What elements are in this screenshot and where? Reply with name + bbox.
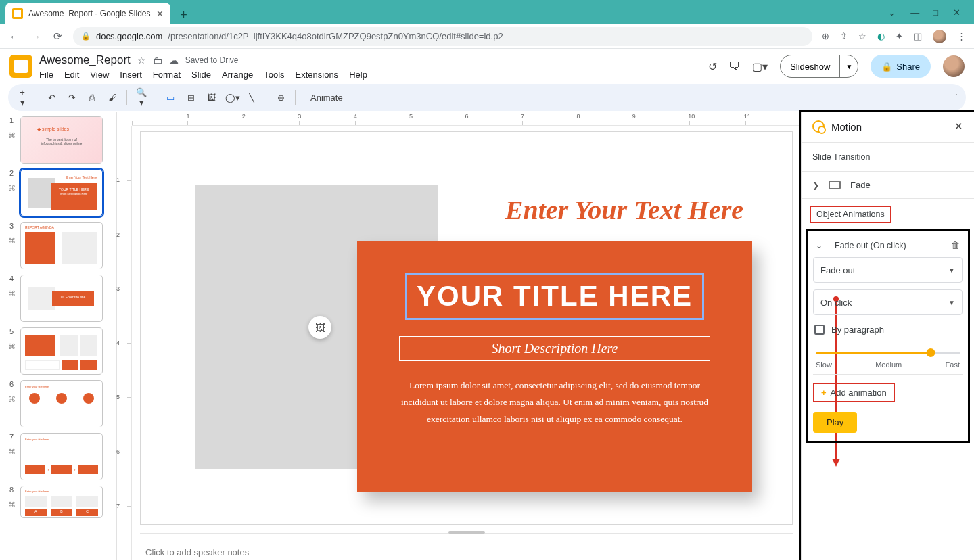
slides-logo-icon[interactable] — [9, 55, 32, 78]
extensions-icon[interactable]: ✦ — [896, 31, 903, 41]
select-tool-icon[interactable]: ▭ — [164, 93, 177, 103]
comment-add-icon[interactable]: ⊕ — [275, 93, 287, 103]
line-icon[interactable]: ╲ — [246, 93, 258, 103]
print-icon[interactable]: ⎙ — [86, 93, 98, 103]
textbox-icon[interactable]: ⊞ — [185, 93, 197, 103]
maximize-icon[interactable]: □ — [933, 7, 938, 18]
content-card[interactable]: YOUR TITLE HERE Short Description Here L… — [357, 241, 752, 492]
subtitle-textbox[interactable]: Short Description Here — [399, 336, 710, 361]
menu-arrange[interactable]: Arrange — [222, 70, 253, 80]
chevron-down-icon[interactable]: ⌄ — [888, 7, 896, 18]
canvas-area: 1234567891011 1234567 🖼 Enter Your Text … — [116, 112, 801, 560]
browser-tab[interactable]: Awesome_Report - Google Slides ✕ — [5, 3, 170, 24]
animate-button[interactable]: Animate — [304, 90, 350, 106]
transition-row[interactable]: ❯ Fade — [802, 172, 974, 198]
cloud-icon[interactable]: ☁ — [169, 55, 179, 66]
menu-help[interactable]: Help — [349, 70, 367, 80]
app-header: Awesome_Report ☆ 🗀 ☁ Saved to Drive File… — [0, 49, 974, 81]
profile-avatar-icon[interactable] — [933, 30, 946, 43]
move-icon[interactable]: 🗀 — [153, 55, 162, 66]
thumbnail-8[interactable]: Enter your title hereABC — [20, 486, 103, 518]
slideshow-caret-icon[interactable]: ▼ — [839, 55, 858, 77]
thumb-number: 2 — [9, 169, 14, 177]
close-window-icon[interactable]: ✕ — [953, 7, 960, 18]
animation-editor: ⌄ Fade out (On click) 🗑 Fade out ▼ On cl… — [806, 229, 970, 443]
reload-icon[interactable]: ⟳ — [51, 30, 64, 43]
image-icon[interactable]: 🖼 — [205, 93, 217, 103]
animation-summary: Fade out (On click) — [835, 241, 906, 250]
delete-animation-icon[interactable]: 🗑 — [951, 240, 960, 250]
menu-insert[interactable]: Insert — [120, 70, 142, 80]
thumbnail-1[interactable]: ◆ simple slidesThe largest library ofinf… — [20, 116, 103, 164]
image-icon: 🖼 — [315, 322, 325, 333]
by-paragraph-checkbox[interactable] — [814, 325, 825, 335]
add-animation-button[interactable]: + Add animation — [813, 383, 895, 402]
url-domain: docs.google.com — [96, 31, 162, 41]
thumbnail-6[interactable]: Enter your title here — [20, 380, 103, 427]
body-text[interactable]: Lorem ipsum dolor sit amet, consectetur … — [376, 377, 733, 428]
share-url-icon[interactable]: ⇪ — [840, 31, 848, 41]
menu-extensions[interactable]: Extensions — [296, 70, 339, 80]
menu-slide[interactable]: Slide — [191, 70, 211, 80]
thumbnail-2[interactable]: Enter Your Text HereYOUR TITLE HEREShort… — [20, 169, 103, 216]
new-tab-button[interactable]: + — [175, 5, 193, 24]
menu-format[interactable]: Format — [153, 70, 181, 80]
forward-icon[interactable]: → — [30, 30, 42, 42]
history-icon[interactable]: ↺ — [708, 60, 717, 73]
thumbnail-4[interactable]: 01 Enter the title — [20, 275, 103, 322]
chevron-down-icon[interactable]: ⌄ — [816, 241, 822, 250]
animation-type-select[interactable]: Fade out ▼ — [813, 257, 963, 283]
play-button[interactable]: Play — [813, 412, 857, 433]
thumbnail-7[interactable]: Enter your title here›› — [20, 433, 103, 480]
zoom-tool-icon[interactable]: 🔍▾ — [135, 87, 147, 108]
slide-canvas[interactable]: 🖼 Enter Your Text Here YOUR TITLE HERE S… — [140, 131, 793, 525]
document-title[interactable]: Awesome_Report — [39, 53, 131, 67]
zoom-icon[interactable]: ⊕ — [822, 31, 829, 41]
comments-icon[interactable]: 🗨 — [729, 60, 740, 72]
slide-heading[interactable]: Enter Your Text Here — [505, 194, 743, 226]
minimize-icon[interactable]: — — [910, 7, 918, 18]
star-icon[interactable]: ☆ — [137, 55, 146, 66]
sidepanel-icon[interactable]: ◫ — [914, 31, 922, 41]
share-button[interactable]: 🔒 Share — [871, 55, 931, 78]
collapse-toolbar-icon[interactable]: ˆ — [955, 93, 958, 101]
thumbnail-strip: 1⌘ ◆ simple slidesThe largest library of… — [0, 112, 116, 560]
animation-trigger-select[interactable]: On click ▼ — [813, 289, 963, 315]
thumb-number: 4 — [9, 275, 14, 283]
notes-resize-handle[interactable] — [448, 531, 485, 534]
menu-tools[interactable]: Tools — [264, 70, 284, 80]
motion-panel: Motion ✕ Slide Transition ❯ Fade Object … — [801, 112, 974, 560]
menu-file[interactable]: File — [39, 70, 53, 80]
insert-image-fab[interactable]: 🖼 — [308, 316, 331, 339]
slideshow-button[interactable]: Slideshow ▼ — [780, 55, 858, 78]
shape-icon[interactable]: ◯▾ — [225, 93, 237, 103]
close-panel-icon[interactable]: ✕ — [954, 120, 963, 133]
undo-icon[interactable]: ↶ — [45, 93, 57, 103]
close-tab-icon[interactable]: ✕ — [156, 9, 164, 19]
url-input[interactable]: 🔒 docs.google.com/presentation/d/1c2P_lj… — [73, 27, 812, 46]
slider-knob[interactable] — [927, 348, 935, 357]
back-icon[interactable]: ← — [8, 30, 20, 42]
redo-icon[interactable]: ↷ — [66, 93, 78, 103]
menu-edit[interactable]: Edit — [64, 70, 79, 80]
clip-icon: ⌘ — [8, 448, 16, 457]
thumbnail-5[interactable] — [20, 327, 103, 375]
kebab-menu-icon[interactable]: ⋮ — [957, 31, 966, 41]
slide-icon — [829, 181, 841, 189]
add-animation-label: Add animation — [831, 388, 887, 398]
clip-icon: ⌘ — [8, 395, 16, 404]
thumbnail-3[interactable]: REPORT AGENDA — [20, 222, 103, 269]
new-slide-button[interactable]: + ▾ — [16, 87, 28, 108]
extension-icon-1[interactable]: ◐ — [877, 31, 885, 41]
present-dropdown-icon[interactable]: ▢▾ — [752, 60, 768, 73]
lock-icon: 🔒 — [81, 32, 91, 41]
paint-format-icon[interactable]: 🖌 — [106, 93, 118, 103]
title-textbox-selected[interactable]: YOUR TITLE HERE — [405, 273, 704, 320]
thumb-number: 5 — [9, 327, 14, 335]
speaker-notes[interactable]: Click to add speaker notes — [140, 533, 793, 560]
menu-view[interactable]: View — [90, 70, 109, 80]
speed-slider[interactable] — [816, 347, 960, 359]
account-avatar[interactable] — [943, 55, 965, 77]
bookmark-icon[interactable]: ☆ — [858, 31, 866, 41]
tab-title: Awesome_Report - Google Slides — [28, 9, 151, 18]
